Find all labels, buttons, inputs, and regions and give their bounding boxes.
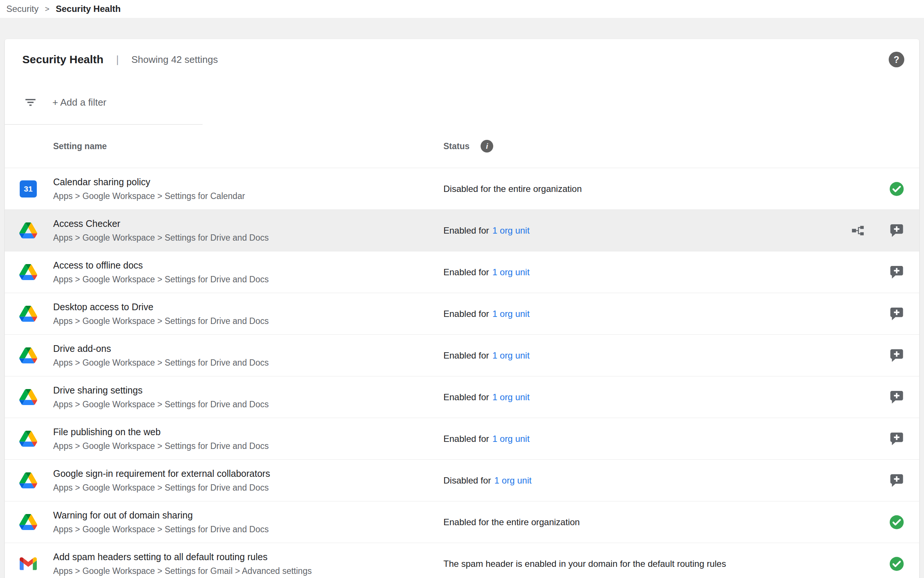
breadcrumb-item-security-health: Security Health	[56, 4, 121, 14]
table-row[interactable]: Drive add-ons Apps > Google Workspace > …	[5, 335, 919, 377]
setting-title: Google sign-in requirement for external …	[53, 468, 270, 479]
setting-info: Calendar sharing policy Apps > Google Wo…	[53, 177, 245, 201]
filter-list-icon	[24, 96, 37, 109]
setting-status: Disabled for 1 org unit	[443, 475, 531, 486]
setting-status: Enabled for 1 org unit	[443, 267, 530, 278]
setting-title: Calendar sharing policy	[53, 177, 245, 187]
drive-icon	[19, 263, 37, 281]
status-text: Enabled for	[443, 434, 489, 444]
header-separator: |	[116, 54, 118, 65]
recommendation-badge[interactable]	[889, 348, 904, 363]
setting-title: Add spam headers setting to all default …	[53, 552, 312, 562]
setting-path: Apps > Google Workspace > Settings for D…	[53, 399, 269, 409]
help-icon[interactable]: ?	[889, 52, 904, 67]
setting-info: Add spam headers setting to all default …	[53, 552, 312, 576]
breadcrumb: Security > Security Health	[0, 0, 924, 18]
table-row[interactable]: Desktop access to Drive Apps > Google Wo…	[5, 293, 919, 335]
status-ok-badge[interactable]	[889, 181, 904, 196]
setting-path: Apps > Google Workspace > Settings for D…	[53, 483, 270, 493]
table-row[interactable]: Warning for out of domain sharing Apps >…	[5, 502, 919, 543]
status-text: Enabled for	[443, 267, 489, 278]
table-header: Setting name Status i	[5, 125, 919, 168]
status-ok-badge[interactable]	[889, 556, 904, 571]
drive-icon	[19, 513, 37, 531]
setting-info: Desktop access to Drive Apps > Google Wo…	[53, 302, 269, 326]
setting-path: Apps > Google Workspace > Settings for D…	[53, 274, 269, 284]
setting-info: Access to offline docs Apps > Google Wor…	[53, 260, 269, 284]
table-row[interactable]: Access to offline docs Apps > Google Wor…	[5, 252, 919, 293]
setting-status: Enabled for 1 org unit	[443, 351, 530, 361]
setting-info: Google sign-in requirement for external …	[53, 468, 270, 493]
table-row[interactable]: 31 Calendar sharing policy Apps > Google…	[5, 168, 919, 210]
drive-icon	[19, 388, 37, 406]
setting-path: Apps > Google Workspace > Settings for C…	[53, 191, 245, 201]
recommendation-badge[interactable]	[889, 473, 904, 488]
status-text: Enabled for	[443, 309, 489, 319]
breadcrumb-item-security[interactable]: Security	[6, 4, 39, 14]
drive-icon	[19, 347, 37, 365]
status-text: The spam header is enabled in your domai…	[443, 559, 726, 569]
table-row[interactable]: Access Checker Apps > Google Workspace >…	[5, 210, 919, 252]
setting-status: Enabled for 1 org unit	[443, 309, 530, 319]
org-unit-link[interactable]: 1 org unit	[492, 434, 530, 444]
status-ok-badge[interactable]	[889, 515, 904, 530]
setting-info: Drive sharing settings Apps > Google Wor…	[53, 385, 269, 409]
org-unit-link[interactable]: 1 org unit	[492, 392, 530, 403]
recommendation-badge[interactable]	[889, 390, 904, 405]
org-tree-icon[interactable]	[851, 224, 865, 238]
breadcrumb-separator: >	[45, 5, 49, 13]
table-row[interactable]: Google sign-in requirement for external …	[5, 460, 919, 502]
setting-path: Apps > Google Workspace > Settings for D…	[53, 441, 269, 451]
drive-icon	[19, 430, 37, 448]
recommendation-badge[interactable]	[889, 223, 904, 238]
drive-icon	[19, 472, 37, 489]
recommendation-badge[interactable]	[889, 306, 904, 321]
recommendation-badge[interactable]	[889, 265, 904, 280]
setting-title: Desktop access to Drive	[53, 302, 269, 312]
setting-status: Enabled for 1 org unit	[443, 226, 530, 236]
settings-count: Showing 42 settings	[131, 54, 218, 65]
drive-icon	[19, 222, 37, 240]
setting-title: Access Checker	[53, 218, 269, 229]
org-unit-link[interactable]: 1 org unit	[492, 226, 530, 236]
setting-title: Drive add-ons	[53, 343, 269, 354]
setting-status: Enabled for 1 org unit	[443, 392, 530, 403]
setting-title: File publishing on the web	[53, 427, 269, 437]
filter-bar: + Add a filter	[5, 80, 919, 125]
org-unit-link[interactable]: 1 org unit	[492, 309, 530, 319]
status-text: Enabled for the entire organization	[443, 517, 580, 528]
setting-info: Access Checker Apps > Google Workspace >…	[53, 218, 269, 243]
card-header: Security Health | Showing 42 settings ?	[5, 39, 919, 80]
table-row[interactable]: File publishing on the web Apps > Google…	[5, 418, 919, 460]
setting-status: Disabled for the entire organization	[443, 184, 585, 194]
setting-info: Warning for out of domain sharing Apps >…	[53, 510, 269, 534]
column-header-setting-name: Setting name	[53, 141, 107, 151]
setting-title: Drive sharing settings	[53, 385, 269, 396]
org-unit-link[interactable]: 1 org unit	[492, 267, 530, 278]
setting-status: The spam header is enabled in your domai…	[443, 559, 729, 569]
setting-info: File publishing on the web Apps > Google…	[53, 427, 269, 451]
status-text: Disabled for	[443, 475, 491, 486]
add-filter-button[interactable]: + Add a filter	[52, 97, 106, 108]
setting-title: Access to offline docs	[53, 260, 269, 271]
drive-icon	[19, 305, 37, 323]
status-text: Enabled for	[443, 392, 489, 403]
column-header-status: Status	[443, 141, 469, 151]
setting-path: Apps > Google Workspace > Settings for D…	[53, 358, 269, 368]
status-text: Disabled for the entire organization	[443, 184, 582, 194]
setting-status: Enabled for 1 org unit	[443, 434, 530, 444]
calendar-icon: 31	[19, 180, 37, 198]
recommendation-badge[interactable]	[889, 431, 904, 446]
setting-info: Drive add-ons Apps > Google Workspace > …	[53, 343, 269, 368]
table-row[interactable]: Drive sharing settings Apps > Google Wor…	[5, 377, 919, 418]
org-unit-link[interactable]: 1 org unit	[492, 351, 530, 361]
status-info-icon[interactable]: i	[481, 140, 493, 153]
org-unit-link[interactable]: 1 org unit	[494, 475, 531, 486]
status-text: Enabled for	[443, 226, 489, 236]
setting-path: Apps > Google Workspace > Settings for D…	[53, 524, 269, 534]
setting-title: Warning for out of domain sharing	[53, 510, 269, 521]
page-title: Security Health	[22, 53, 104, 66]
security-health-card: Security Health | Showing 42 settings ? …	[5, 39, 919, 578]
setting-path: Apps > Google Workspace > Settings for G…	[53, 566, 312, 576]
table-row[interactable]: Add spam headers setting to all default …	[5, 543, 919, 578]
